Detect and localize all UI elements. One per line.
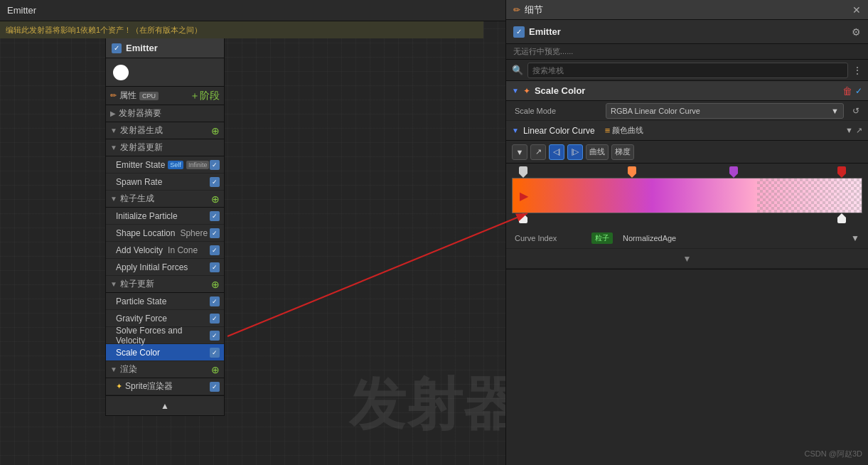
detail-emitter-check[interactable]: ✓ bbox=[513, 26, 525, 38]
sprite-renderer-item[interactable]: ✦ Sprite渲染器 ✓ bbox=[106, 378, 224, 395]
bottom-arrow-row[interactable]: ▲ bbox=[106, 395, 224, 415]
spawn-rate-item[interactable]: Spawn Rate ✓ bbox=[106, 173, 224, 191]
curve-index-value: NormalizedAge bbox=[623, 234, 845, 242]
curve-export-button[interactable]: ↗ bbox=[530, 144, 546, 160]
dropdown-arrow-icon: ▼ bbox=[831, 107, 839, 115]
arrow-icon: ▼ bbox=[110, 280, 117, 288]
filter-icon[interactable]: ⋮ bbox=[852, 65, 862, 76]
curve-gradient-button[interactable]: 梯度 bbox=[611, 144, 634, 160]
emitter-panel-header: ✓ Emitter bbox=[106, 38, 224, 58]
initialize-particle-item[interactable]: Initialize Particle ✓ bbox=[106, 208, 224, 225]
add-particle-update-button[interactable]: ⊕ bbox=[211, 279, 220, 290]
detail-emitter-row: ✓ Emitter ⚙ bbox=[506, 20, 868, 44]
curve-index-tag: 粒子 bbox=[591, 232, 613, 244]
arrow-icon: ▼ bbox=[110, 195, 117, 203]
gravity-force-label: Gravity Force bbox=[116, 314, 167, 324]
emitter-summary-label: 发射器摘要 bbox=[119, 107, 161, 119]
interp-left-icon: ◁| bbox=[553, 147, 561, 156]
emitter-summary-section: ▶ 发射器摘要 bbox=[106, 105, 224, 122]
sprite-renderer-check[interactable]: ✓ bbox=[210, 382, 220, 392]
emitter-state-check[interactable]: ✓ bbox=[210, 160, 220, 170]
scale-mode-label: Scale Mode bbox=[515, 107, 600, 115]
star-icon: ✦ bbox=[116, 382, 122, 391]
add-stage-button[interactable]: ＋阶段 bbox=[190, 90, 220, 102]
sc-check-icon[interactable]: ✓ bbox=[855, 86, 862, 96]
particle-generate-section: ▼ 粒子生成 ⊕ bbox=[106, 191, 224, 208]
curve-interp-left-button[interactable]: ◁| bbox=[549, 144, 564, 160]
curve-index-dropdown[interactable]: ▼ bbox=[851, 233, 859, 243]
pencil-icon: ✏ bbox=[110, 91, 117, 100]
add-render-button[interactable]: ⊕ bbox=[211, 364, 220, 375]
bottom-handle-1[interactable] bbox=[519, 213, 527, 223]
tool-arrow-icon: ▼ bbox=[516, 148, 524, 156]
expand-more-icon[interactable]: ▼ bbox=[683, 254, 692, 264]
scale-color-check[interactable]: ✓ bbox=[210, 348, 220, 358]
gear-icon[interactable]: ⚙ bbox=[852, 26, 861, 38]
gradient-label: 梯度 bbox=[615, 146, 631, 157]
emitter-checkbox[interactable]: ✓ bbox=[112, 43, 122, 53]
apply-initial-forces-check[interactable]: ✓ bbox=[210, 262, 220, 272]
curve-index-label: Curve Index bbox=[515, 234, 586, 242]
gradient-bar[interactable]: ▶ bbox=[512, 178, 862, 213]
apply-initial-forces-item[interactable]: Apply Initial Forces ✓ bbox=[106, 259, 224, 276]
spawn-rate-check[interactable]: ✓ bbox=[210, 177, 220, 187]
add-velocity-check[interactable]: ✓ bbox=[210, 245, 220, 255]
lcc-header: ▼ Linear Color Curve ≡ 颜色曲线 ▼ ↗ bbox=[506, 121, 868, 141]
particle-state-item[interactable]: Particle State ✓ bbox=[106, 293, 224, 310]
badge-self: Self bbox=[168, 161, 183, 169]
transparency-overlay bbox=[757, 178, 862, 213]
expand-link-icon[interactable]: ↗ bbox=[856, 126, 862, 135]
curve-curve-button[interactable]: 曲线 bbox=[586, 144, 609, 160]
properties-label: 属性 bbox=[119, 90, 136, 102]
particle-state-label: Particle State bbox=[116, 296, 166, 306]
apply-initial-forces-label: Apply Initial Forces bbox=[116, 262, 188, 272]
trash-icon[interactable]: 🗑 bbox=[842, 85, 852, 97]
gradient-pointer: ▶ bbox=[520, 189, 528, 203]
detail-titlebar: ✏ 细节 ✕ bbox=[506, 0, 868, 20]
emitter-panel: ✓ Emitter ✏ 属性 CPU ＋阶段 ▶ 发射器摘要 ▼ 发射器生成 ⊕… bbox=[105, 38, 225, 416]
initialize-particle-check[interactable]: ✓ bbox=[210, 211, 220, 221]
add-velocity-item[interactable]: Add Velocity In Cone ✓ bbox=[106, 242, 224, 259]
curve-tool-dropdown[interactable]: ▼ bbox=[512, 144, 527, 160]
scale-mode-row: Scale Mode RGBA Linear Color Curve ▼ ↺ bbox=[506, 101, 868, 121]
top-handle-1[interactable] bbox=[519, 166, 527, 178]
sc-icon: ✦ bbox=[523, 86, 530, 96]
gravity-force-check[interactable]: ✓ bbox=[210, 314, 220, 324]
reset-icon[interactable]: ↺ bbox=[852, 106, 859, 116]
shape-location-check[interactable]: ✓ bbox=[210, 228, 220, 238]
gravity-force-item[interactable]: Gravity Force ✓ bbox=[106, 310, 224, 327]
solve-forces-item[interactable]: Solve Forces and Velocity ✓ bbox=[106, 327, 224, 344]
bottom-handle-2[interactable] bbox=[837, 213, 846, 223]
cpu-badge: CPU bbox=[139, 92, 159, 100]
emitter-state-item[interactable]: Emitter State Self Infinite ✓ bbox=[106, 156, 224, 173]
emitter-state-label: Emitter State bbox=[116, 160, 165, 170]
top-handle-2[interactable] bbox=[628, 166, 636, 178]
scale-mode-dropdown[interactable]: RGBA Linear Color Curve ▼ bbox=[606, 103, 844, 119]
scale-color-section: ▼ ✦ Scale Color 🗑 ✓ Scale Mode RGBA Line… bbox=[506, 81, 868, 269]
shape-location-item[interactable]: Shape Location Sphere ✓ bbox=[106, 225, 224, 242]
curve-toolbar: ▼ ↗ ◁| |▷ 曲线 梯度 bbox=[506, 141, 868, 164]
search-input[interactable] bbox=[527, 63, 848, 78]
emitter-white-circle bbox=[113, 65, 129, 80]
close-button[interactable]: ✕ bbox=[852, 4, 861, 16]
top-handle-4[interactable] bbox=[837, 166, 846, 178]
sc-title: Scale Color bbox=[535, 85, 586, 96]
scale-color-label: Scale Color bbox=[116, 348, 160, 358]
add-generate-button[interactable]: ⊕ bbox=[211, 125, 220, 137]
initialize-particle-label: Initialize Particle bbox=[116, 211, 178, 221]
scale-color-item[interactable]: Scale Color ✓ bbox=[106, 344, 224, 361]
watermark: CSDN @阿赵3D bbox=[805, 449, 862, 459]
expand-down-icon[interactable]: ▼ bbox=[845, 126, 853, 135]
interp-right-icon: |▷ bbox=[572, 147, 579, 156]
no-preview-text: 无运行中预览...... bbox=[513, 46, 573, 57]
particle-state-check[interactable]: ✓ bbox=[210, 296, 220, 306]
top-handle-3[interactable] bbox=[729, 166, 738, 178]
top-handles bbox=[512, 166, 862, 178]
solve-forces-check[interactable]: ✓ bbox=[210, 331, 220, 341]
add-particle-gen-button[interactable]: ⊕ bbox=[211, 193, 220, 205]
search-icon: 🔍 bbox=[512, 65, 523, 75]
scale-mode-value: RGBA Linear Color Curve bbox=[611, 107, 700, 115]
search-row: 🔍 ⋮ bbox=[506, 60, 868, 81]
curve-interp-right-button[interactable]: |▷ bbox=[567, 144, 583, 160]
lcc-title: Linear Color Curve bbox=[523, 126, 595, 136]
